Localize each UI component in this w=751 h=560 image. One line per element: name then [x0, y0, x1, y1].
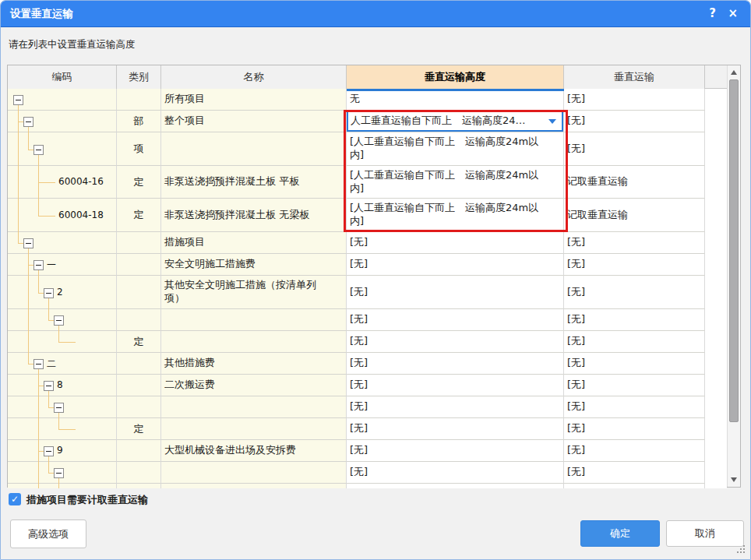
height-cell[interactable]: [无] — [347, 418, 564, 440]
name-cell: 整个项目 — [161, 111, 347, 132]
table-row[interactable]: 其他安全文明施工措施（按清单列项）[无][无] — [8, 276, 727, 309]
combobox-value: 人工垂直运输自下而上 运输高度24… — [351, 114, 526, 128]
table-row[interactable]: 二次搬运费[无][无] — [8, 375, 727, 396]
height-cell[interactable]: [无] — [347, 375, 564, 396]
column-header-4[interactable]: 垂直运输高度 — [347, 65, 564, 89]
transport-cell[interactable]: [无] — [564, 309, 705, 331]
table-row[interactable]: 定非泵送浇捣预拌混凝土板 平板[人工垂直运输自下而上 运输高度24m以内]记取垂… — [8, 166, 727, 199]
category-cell: 定 — [117, 418, 161, 440]
advanced-options-button[interactable]: 高级选项 — [10, 519, 86, 548]
collapse-icon[interactable] — [54, 315, 64, 326]
transport-cell[interactable]: [无] — [564, 440, 705, 462]
height-cell[interactable]: [无] — [347, 462, 564, 484]
table-row[interactable]: 其他措施费[无][无] — [8, 353, 727, 375]
height-cell[interactable]: [无] — [347, 353, 564, 375]
name-cell: 其他措施费 — [161, 353, 347, 375]
height-value-text: [无] — [350, 466, 368, 479]
transport-cell[interactable]: [无] — [564, 331, 705, 353]
close-icon[interactable]: × — [728, 1, 738, 26]
transport-text: 记取垂直运输 — [567, 209, 628, 222]
name-text: 其他安全文明施工措施（按清单列项） — [164, 279, 336, 305]
transport-text: [无] — [567, 258, 585, 271]
ok-button[interactable]: 确定 — [580, 520, 660, 547]
height-cell[interactable]: [人工垂直运输自下而上 运输高度24m以内] — [347, 166, 564, 199]
transport-text: [无] — [567, 236, 585, 249]
name-cell: 所有项目 — [161, 89, 347, 111]
category-cell: 定 — [117, 199, 161, 232]
transport-cell[interactable]: 记取垂直运输 — [564, 166, 705, 199]
height-cell[interactable]: 无 — [347, 89, 564, 111]
scroll-up-icon[interactable] — [728, 66, 740, 79]
column-header-3[interactable]: 名称 — [161, 65, 347, 89]
collapse-icon[interactable] — [33, 359, 44, 369]
height-cell[interactable]: [无] — [347, 309, 564, 331]
transport-cell[interactable]: [无] — [564, 276, 705, 309]
measures-checkbox[interactable]: ✓ — [9, 493, 21, 505]
height-cell[interactable]: [人工垂直运输自下而上 运输高度24m以内] — [347, 199, 564, 232]
height-cell[interactable]: 人工垂直运输自下而上 运输高度24… — [347, 111, 564, 132]
height-combobox[interactable]: 人工垂直运输自下而上 运输高度24… — [347, 111, 563, 132]
table-row[interactable]: 安全文明施工措施费[无][无] — [8, 254, 727, 276]
table-row[interactable]: 定[无][无] — [8, 331, 727, 353]
height-cell[interactable]: [无] — [347, 232, 564, 254]
table-row[interactable]: 项[人工垂直运输自下而上 运输高度24m以内][无] — [8, 132, 727, 166]
collapse-icon[interactable] — [23, 238, 33, 248]
table-row[interactable]: [无][无] — [8, 396, 727, 418]
transport-cell[interactable]: [无] — [564, 89, 705, 111]
table-row[interactable]: 所有项目无[无] — [8, 89, 727, 111]
transport-cell[interactable]: [无] — [564, 111, 705, 132]
grid-header: 编码类别名称垂直运输高度垂直运输 — [8, 65, 727, 89]
vertical-scrollbar[interactable] — [727, 65, 740, 487]
height-cell[interactable]: [无] — [347, 440, 564, 462]
column-header-2[interactable]: 类别 — [117, 65, 161, 89]
category-cell — [117, 276, 161, 309]
column-header-5[interactable]: 垂直运输 — [564, 65, 705, 89]
name-text: 其他措施费 — [164, 357, 215, 370]
transport-cell[interactable]: [无] — [564, 418, 705, 440]
collapse-icon[interactable] — [44, 288, 54, 298]
height-cell[interactable]: [无] — [347, 331, 564, 353]
height-cell[interactable]: [人工垂直运输自下而上 运输高度24m以内] — [347, 132, 564, 166]
collapse-icon[interactable] — [23, 117, 33, 127]
transport-cell[interactable]: 记取垂直运输 — [564, 199, 705, 232]
height-cell[interactable]: [无] — [347, 276, 564, 309]
collapse-icon[interactable] — [54, 403, 64, 413]
resize-grip[interactable] — [737, 545, 746, 555]
transport-cell[interactable]: [无] — [564, 353, 705, 375]
table-row[interactable]: [无][无] — [8, 309, 727, 331]
titlebar[interactable]: 设置垂直运输 ? × — [1, 1, 750, 27]
height-cell[interactable]: [无] — [347, 396, 564, 418]
transport-cell[interactable]: [无] — [564, 462, 705, 484]
transport-cell[interactable]: [无] — [564, 375, 705, 396]
table-row[interactable]: 部整个项目人工垂直运输自下而上 运输高度24…[无] — [8, 111, 727, 132]
height-cell[interactable]: [无] — [347, 254, 564, 276]
transport-text: [无] — [567, 335, 585, 348]
table-row[interactable]: 定[无][无] — [8, 418, 727, 440]
collapse-icon[interactable] — [54, 468, 64, 478]
transport-cell[interactable]: [无] — [564, 232, 705, 254]
transport-text: [无] — [567, 422, 585, 435]
column-header-1[interactable]: 编码 — [8, 65, 117, 89]
category-cell — [117, 309, 161, 331]
collapse-icon[interactable] — [44, 381, 54, 391]
triangle-down-icon — [731, 477, 737, 482]
table-row[interactable]: 大型机械设备进出场及安拆费[无][无] — [8, 440, 727, 462]
collapse-icon[interactable] — [44, 446, 54, 456]
transport-cell[interactable]: [无] — [564, 132, 705, 166]
filler-cell — [161, 484, 347, 488]
dropdown-arrow-icon[interactable] — [548, 119, 556, 124]
collapse-icon[interactable] — [33, 145, 44, 155]
cancel-button[interactable]: 取消 — [666, 520, 744, 547]
table-row[interactable]: [无][无] — [8, 462, 727, 484]
table-row[interactable]: 定非泵送浇捣预拌混凝土板 无梁板[人工垂直运输自下而上 运输高度24m以内]记取… — [8, 199, 727, 232]
transport-cell[interactable]: [无] — [564, 396, 705, 418]
collapse-icon[interactable] — [13, 95, 23, 105]
name-cell: 大型机械设备进出场及安拆费 — [161, 440, 347, 462]
transport-cell[interactable]: [无] — [564, 254, 705, 276]
scrollbar-thumb[interactable] — [729, 79, 739, 422]
scroll-down-icon[interactable] — [728, 474, 740, 486]
help-icon[interactable]: ? — [709, 1, 716, 26]
name-text: 非泵送浇捣预拌混凝土板 无梁板 — [164, 209, 309, 222]
collapse-icon[interactable] — [33, 260, 44, 270]
table-row[interactable]: 措施项目[无][无] — [8, 232, 727, 254]
